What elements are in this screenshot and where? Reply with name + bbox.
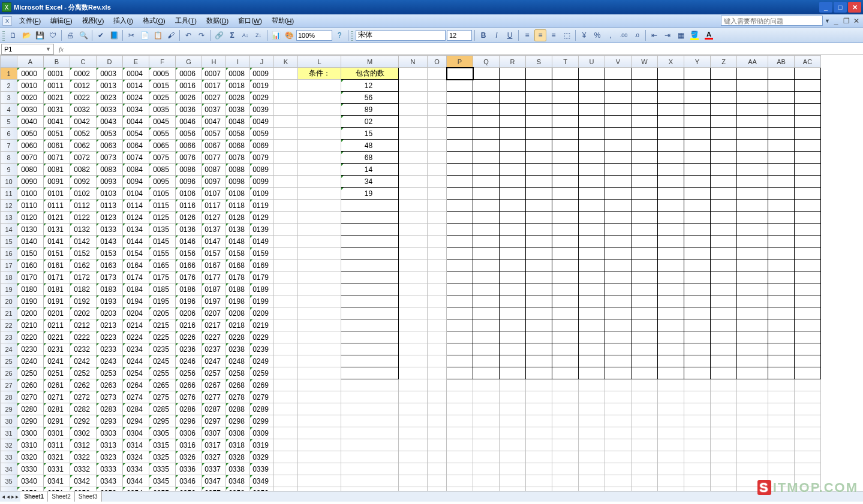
cell-X30[interactable] xyxy=(658,415,684,427)
cell-H34[interactable]: 0337 xyxy=(202,463,226,475)
cell-P19[interactable] xyxy=(447,283,473,295)
cell-G17[interactable]: 0166 xyxy=(176,259,202,271)
cell-Q29[interactable] xyxy=(473,403,500,415)
cell-F25[interactable]: 0245 xyxy=(149,355,176,367)
cell-I18[interactable]: 0178 xyxy=(226,271,250,283)
cell-AB16[interactable] xyxy=(768,248,795,259)
col-header-F[interactable]: F xyxy=(149,56,176,68)
cell-G15[interactable]: 0146 xyxy=(176,236,202,248)
cell-T12[interactable] xyxy=(552,200,579,212)
cell-Q22[interactable] xyxy=(473,319,500,331)
cell-X25[interactable] xyxy=(658,355,684,367)
cell-AB35[interactable] xyxy=(768,475,795,487)
cell-L20[interactable] xyxy=(298,295,341,307)
cell-AA15[interactable] xyxy=(737,236,768,248)
cell-C16[interactable]: 0152 xyxy=(70,248,97,259)
cell-H8[interactable]: 0077 xyxy=(202,152,226,164)
cell-H24[interactable]: 0237 xyxy=(202,343,226,355)
cell-P23[interactable] xyxy=(447,331,473,343)
cell-C29[interactable]: 0282 xyxy=(70,403,97,415)
row-header-21[interactable]: 21 xyxy=(1,307,17,319)
cell-Z3[interactable] xyxy=(711,92,737,104)
cell-R22[interactable] xyxy=(500,319,526,331)
cell-Y21[interactable] xyxy=(684,307,711,319)
cell-AA13[interactable] xyxy=(737,212,768,224)
cell-S3[interactable] xyxy=(526,92,552,104)
percent-icon[interactable]: % xyxy=(591,29,603,41)
cell-K17[interactable] xyxy=(274,259,298,271)
cell-F30[interactable]: 0295 xyxy=(149,415,176,427)
cell-Z31[interactable] xyxy=(711,427,737,439)
cell-H5[interactable]: 0047 xyxy=(202,116,226,128)
cell-W18[interactable] xyxy=(632,271,658,283)
cell-J13[interactable]: 0129 xyxy=(250,212,274,224)
paste-icon[interactable]: 📋 xyxy=(152,29,164,41)
cell-Q33[interactable] xyxy=(473,451,500,463)
cell-M18[interactable] xyxy=(341,271,399,283)
cell-AC35[interactable] xyxy=(795,475,821,487)
col-header-Y[interactable]: Y xyxy=(684,56,711,68)
cell-E26[interactable]: 0254 xyxy=(123,367,149,379)
cell-O29[interactable] xyxy=(428,403,447,415)
cell-AA18[interactable] xyxy=(737,271,768,283)
cell-W34[interactable] xyxy=(632,463,658,475)
cell-D24[interactable]: 0233 xyxy=(97,343,123,355)
sheet-tab-bar[interactable]: ◂ ◂ ▸ ▸ Sheet1Sheet2Sheet3 xyxy=(0,491,863,502)
font-color-icon[interactable]: A xyxy=(702,29,715,41)
cell-Z17[interactable] xyxy=(711,259,737,271)
cell-R11[interactable] xyxy=(500,188,526,200)
cell-P15[interactable] xyxy=(447,236,473,248)
cell-AA26[interactable] xyxy=(737,367,768,379)
row-header-12[interactable]: 12 xyxy=(1,200,17,212)
help-icon[interactable]: ? xyxy=(333,29,345,41)
cell-Y14[interactable] xyxy=(684,224,711,236)
cell-T7[interactable] xyxy=(552,140,579,152)
cell-W21[interactable] xyxy=(632,307,658,319)
cell-L27[interactable] xyxy=(298,379,341,391)
cell-L17[interactable] xyxy=(298,259,341,271)
cell-Q3[interactable] xyxy=(473,92,500,104)
cell-X12[interactable] xyxy=(658,200,684,212)
cell-H28[interactable]: 0277 xyxy=(202,391,226,403)
cell-B33[interactable]: 0321 xyxy=(44,451,70,463)
cell-M2[interactable]: 12 xyxy=(341,80,399,92)
cell-I22[interactable]: 0218 xyxy=(226,319,250,331)
cell-S6[interactable] xyxy=(526,128,552,140)
cell-K8[interactable] xyxy=(274,152,298,164)
cell-AB32[interactable] xyxy=(768,439,795,451)
cell-S21[interactable] xyxy=(526,307,552,319)
cell-J20[interactable]: 0199 xyxy=(250,295,274,307)
cell-C1[interactable]: 0002 xyxy=(70,68,97,80)
cell-Y28[interactable] xyxy=(684,391,711,403)
cell-AA32[interactable] xyxy=(737,439,768,451)
cell-U12[interactable] xyxy=(579,200,605,212)
cell-H17[interactable]: 0167 xyxy=(202,259,226,271)
cell-L6[interactable] xyxy=(298,128,341,140)
cell-T20[interactable] xyxy=(552,295,579,307)
cell-V16[interactable] xyxy=(605,248,632,259)
cell-S20[interactable] xyxy=(526,295,552,307)
undo-icon[interactable]: ↶ xyxy=(182,29,194,41)
cell-M28[interactable] xyxy=(341,391,399,403)
cell-J35[interactable]: 0349 xyxy=(250,475,274,487)
help-dropdown-icon[interactable]: ▼ xyxy=(825,18,830,24)
cell-K24[interactable] xyxy=(274,343,298,355)
cell-O8[interactable] xyxy=(428,152,447,164)
cell-L35[interactable] xyxy=(298,475,341,487)
cell-C34[interactable]: 0332 xyxy=(70,463,97,475)
cell-H15[interactable]: 0147 xyxy=(202,236,226,248)
spell-icon[interactable]: ✔ xyxy=(95,29,107,41)
cell-E20[interactable]: 0194 xyxy=(123,295,149,307)
cell-L32[interactable] xyxy=(298,439,341,451)
cell-G21[interactable]: 0206 xyxy=(176,307,202,319)
cell-T3[interactable] xyxy=(552,92,579,104)
cell-O32[interactable] xyxy=(428,439,447,451)
cell-Z11[interactable] xyxy=(711,188,737,200)
cell-H32[interactable]: 0317 xyxy=(202,439,226,451)
cell-C32[interactable]: 0312 xyxy=(70,439,97,451)
cell-I8[interactable]: 0078 xyxy=(226,152,250,164)
cell-J9[interactable]: 0089 xyxy=(250,164,274,176)
cell-V31[interactable] xyxy=(605,427,632,439)
cell-Z6[interactable] xyxy=(711,128,737,140)
cell-O20[interactable] xyxy=(428,295,447,307)
